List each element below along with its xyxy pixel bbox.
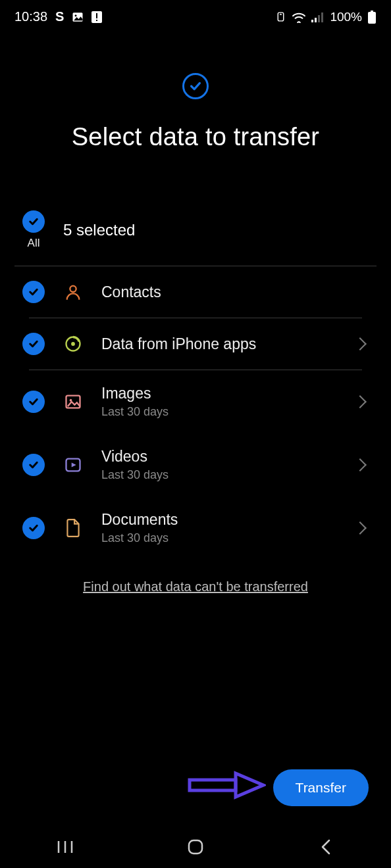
checkbox-images[interactable] <box>22 391 45 413</box>
contact-icon <box>63 282 83 302</box>
battery-percent: 100% <box>330 10 362 24</box>
alert-status-icon <box>91 11 102 23</box>
transfer-button[interactable]: Transfer <box>273 769 369 806</box>
item-label: Data from iPhone apps <box>101 335 337 353</box>
item-label: Contacts <box>101 283 369 301</box>
nav-recents-button[interactable] <box>45 834 85 860</box>
select-all-checkbox[interactable] <box>22 210 45 233</box>
item-contacts[interactable]: Contacts <box>14 266 377 318</box>
checkbox-videos[interactable] <box>22 454 45 476</box>
nav-back-button[interactable] <box>306 834 346 860</box>
item-label: Documents <box>101 511 337 529</box>
item-sublabel: Last 30 days <box>101 531 337 545</box>
data-type-list: Contacts Data from iPhone apps <box>0 266 391 560</box>
select-all-label: All <box>28 237 40 250</box>
svg-point-14 <box>71 342 75 346</box>
image-icon <box>63 392 83 412</box>
checkbox-iphone-apps[interactable] <box>22 333 45 355</box>
chevron-right-icon <box>353 521 367 535</box>
item-videos[interactable]: Videos Last 30 days <box>14 433 377 496</box>
untransferable-info-link[interactable]: Find out what data can't be transferred <box>0 579 391 594</box>
svg-rect-6 <box>311 20 313 22</box>
svg-rect-3 <box>96 13 97 18</box>
annotation-arrow-icon <box>187 771 266 802</box>
page-title: Select data to transfer <box>72 123 319 151</box>
svg-rect-10 <box>371 11 373 12</box>
gallery-status-icon <box>72 11 84 23</box>
svg-rect-4 <box>96 20 97 21</box>
select-all-row[interactable]: All 5 selected <box>0 210 391 250</box>
chevron-right-icon <box>353 395 367 408</box>
document-icon <box>63 518 83 538</box>
item-label: Videos <box>101 448 337 466</box>
item-sublabel: Last 30 days <box>101 468 337 482</box>
chevron-right-icon <box>353 458 367 471</box>
status-bar: 10:38 S 100% <box>0 0 391 34</box>
svg-rect-9 <box>321 12 323 22</box>
svg-rect-18 <box>190 780 236 790</box>
signal-icon <box>311 12 325 22</box>
item-iphone-apps[interactable]: Data from iPhone apps <box>14 318 377 370</box>
chevron-right-icon <box>353 337 367 350</box>
item-sublabel: Last 30 days <box>101 405 337 419</box>
header: Select data to transfer <box>0 73 391 151</box>
app-s-icon: S <box>55 9 64 24</box>
item-documents[interactable]: Documents Last 30 days <box>14 496 377 560</box>
nav-home-button[interactable] <box>176 834 215 860</box>
item-label: Images <box>101 385 337 402</box>
nav-bar <box>0 826 391 868</box>
svg-rect-8 <box>318 15 320 22</box>
battery-icon <box>367 11 377 24</box>
item-images[interactable]: Images Last 30 days <box>14 370 377 433</box>
header-check-icon <box>182 73 209 99</box>
svg-rect-11 <box>368 12 376 24</box>
svg-point-1 <box>75 14 77 16</box>
checkbox-contacts[interactable] <box>22 281 45 303</box>
selected-count: 5 selected <box>63 221 135 239</box>
rotate-status-icon <box>275 11 286 22</box>
appdata-icon <box>63 334 83 354</box>
svg-rect-22 <box>189 840 202 854</box>
svg-point-12 <box>70 286 76 292</box>
wifi-icon <box>292 11 306 23</box>
status-time: 10:38 <box>14 9 47 24</box>
video-icon <box>63 455 83 475</box>
checkbox-documents[interactable] <box>22 517 45 539</box>
svg-rect-7 <box>315 18 317 22</box>
